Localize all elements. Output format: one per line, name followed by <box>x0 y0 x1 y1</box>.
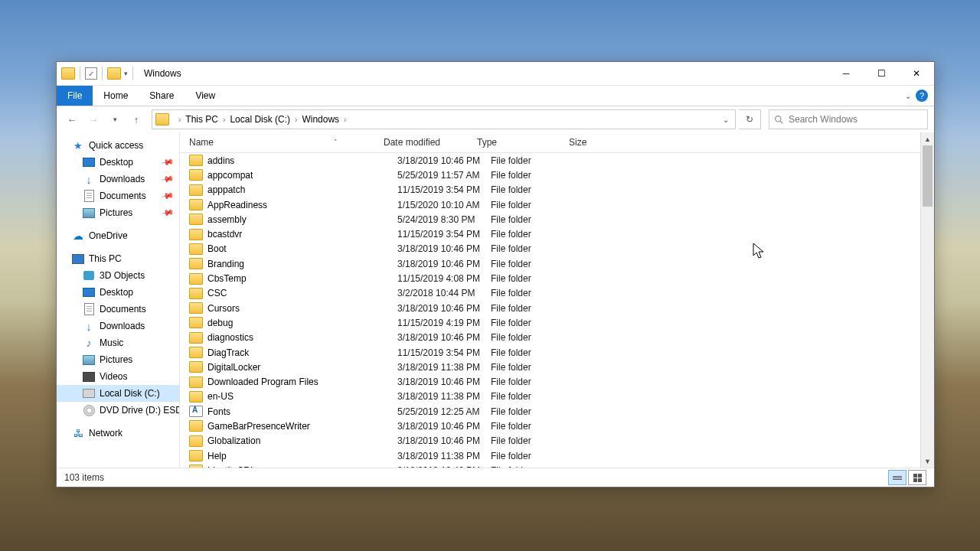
tab-file[interactable]: File <box>57 86 93 106</box>
file-row[interactable]: en-US3/18/2019 11:38 PMFile folder <box>180 390 934 404</box>
file-row[interactable]: DigitalLocker3/18/2019 11:38 PMFile fold… <box>180 360 934 374</box>
3d-objects-icon <box>83 271 94 280</box>
search-placeholder: Search Windows <box>789 114 858 125</box>
folder-icon <box>189 258 203 269</box>
file-name: Globalization <box>207 435 397 446</box>
quick-access-save-icon[interactable]: ✓ <box>85 67 97 80</box>
file-row[interactable]: Downloaded Program Files3/18/2019 10:46 … <box>180 374 934 389</box>
close-button[interactable]: ✕ <box>899 62 934 85</box>
nav-3d-objects[interactable]: 3D Objects <box>57 267 179 284</box>
file-type: File folder <box>491 391 583 402</box>
file-row[interactable]: AppReadiness1/15/2020 10:10 AMFile folde… <box>180 197 934 212</box>
tab-home[interactable]: Home <box>93 86 139 106</box>
file-row[interactable]: diagnostics3/18/2019 10:46 PMFile folder <box>180 331 934 345</box>
file-type: File folder <box>491 435 583 446</box>
column-name[interactable]: Name˄ <box>189 137 384 148</box>
nav-pictures-pc[interactable]: Pictures <box>57 351 179 368</box>
file-type: File folder <box>491 243 583 254</box>
breadcrumb[interactable]: This PC› <box>185 114 230 125</box>
nav-documents-pc[interactable]: Documents <box>57 301 179 318</box>
icons-view-button[interactable] <box>908 470 926 485</box>
scrollbar-thumb[interactable] <box>923 145 933 207</box>
column-size[interactable]: Size <box>569 137 622 148</box>
address-dropdown-icon[interactable]: ⌄ <box>717 116 735 124</box>
column-date[interactable]: Date modified <box>384 137 477 148</box>
nav-videos[interactable]: Videos <box>57 368 179 385</box>
forward-button[interactable]: → <box>84 110 103 129</box>
file-row[interactable]: CbsTemp11/15/2019 4:08 PMFile folder <box>180 271 934 285</box>
nav-music[interactable]: ♪Music <box>57 334 179 351</box>
file-name: Boot <box>207 243 397 254</box>
file-row[interactable]: Cursors3/18/2019 10:46 PMFile folder <box>180 301 934 315</box>
nav-pictures[interactable]: Pictures📌 <box>57 204 179 221</box>
file-list[interactable]: addins3/18/2019 10:46 PMFile folderappco… <box>180 153 934 468</box>
file-row[interactable]: IdentityCRL3/18/2019 10:46 PMFile folder <box>180 463 934 468</box>
file-row[interactable]: Fonts5/25/2019 12:25 AMFile folder <box>180 404 934 419</box>
file-type: File folder <box>491 303 583 314</box>
back-button[interactable]: ← <box>63 110 81 129</box>
folder-icon[interactable] <box>107 67 121 80</box>
file-row[interactable]: apppatch11/15/2019 3:54 PMFile folder <box>180 183 934 197</box>
nav-desktop[interactable]: Desktop📌 <box>57 154 179 171</box>
scrollbar[interactable]: ▲ ▼ <box>920 132 934 468</box>
tab-share[interactable]: Share <box>139 86 185 106</box>
file-date: 11/15/2019 3:54 PM <box>397 184 491 195</box>
search-input[interactable]: Search Windows <box>769 109 928 129</box>
document-icon <box>84 303 94 315</box>
details-view-button[interactable] <box>888 470 906 485</box>
breadcrumb[interactable]: Local Disk (C:)› <box>230 114 302 125</box>
ribbon-collapse-icon[interactable]: ⌄ <box>905 92 911 100</box>
file-row[interactable]: Boot3/18/2019 10:46 PMFile folder <box>180 242 934 256</box>
file-date: 3/18/2019 11:38 PM <box>397 451 491 461</box>
file-name: debug <box>207 318 397 328</box>
scroll-up-icon[interactable]: ▲ <box>921 132 934 145</box>
file-row[interactable]: assembly5/24/2019 8:30 PMFile folder <box>180 212 934 227</box>
file-type: File folder <box>491 184 583 195</box>
file-row[interactable]: DiagTrack11/15/2019 3:54 PMFile folder <box>180 345 934 360</box>
chevron-right-icon[interactable]: › <box>178 116 181 124</box>
file-row[interactable]: appcompat5/25/2019 11:57 AMFile folder <box>180 168 934 182</box>
nav-downloads[interactable]: ↓Downloads📌 <box>57 171 179 187</box>
folder-icon <box>189 347 203 358</box>
help-icon[interactable]: ? <box>916 90 928 102</box>
titlebar[interactable]: ✓ ▾ Windows ─ ☐ ✕ <box>57 62 934 86</box>
scroll-down-icon[interactable]: ▼ <box>921 455 934 468</box>
file-row[interactable]: CSC3/2/2018 10:44 PMFile folder <box>180 286 934 301</box>
nav-local-disk[interactable]: Local Disk (C:) <box>57 385 179 402</box>
maximize-button[interactable]: ☐ <box>864 62 899 85</box>
address-bar[interactable]: › This PC› Local Disk (C:)› Windows› ⌄ <box>152 109 736 129</box>
qat-dropdown-icon[interactable]: ▾ <box>124 70 128 77</box>
nav-quick-access[interactable]: ★Quick access <box>57 137 179 154</box>
file-row[interactable]: GameBarPresenceWriter3/18/2019 10:46 PMF… <box>180 419 934 433</box>
pin-icon: 📌 <box>161 155 175 170</box>
file-type: File folder <box>491 451 583 461</box>
nav-network[interactable]: 🖧Network <box>57 425 179 442</box>
column-type[interactable]: Type <box>477 137 569 148</box>
up-button[interactable]: ↑ <box>127 110 145 129</box>
folder-icon <box>189 332 203 344</box>
folder-icon <box>189 361 203 373</box>
navigation-pane[interactable]: ★Quick access Desktop📌 ↓Downloads📌 Docum… <box>57 132 180 468</box>
file-row[interactable]: bcastdvr11/15/2019 3:54 PMFile folder <box>180 227 934 241</box>
nav-desktop-pc[interactable]: Desktop <box>57 284 179 301</box>
file-row[interactable]: Globalization3/18/2019 10:46 PMFile fold… <box>180 434 934 448</box>
nav-this-pc[interactable]: This PC <box>57 250 179 267</box>
recent-dropdown-icon[interactable]: ▾ <box>106 110 124 129</box>
nav-dvd-drive[interactable]: DVD Drive (D:) ESD- <box>57 402 179 419</box>
tab-view[interactable]: View <box>185 86 226 106</box>
file-row[interactable]: Branding3/18/2019 10:46 PMFile folder <box>180 256 934 271</box>
file-row[interactable]: debug11/15/2019 4:19 PMFile folder <box>180 315 934 330</box>
nav-downloads-pc[interactable]: ↓Downloads <box>57 318 179 334</box>
minimize-button[interactable]: ─ <box>828 62 864 85</box>
file-date: 3/18/2019 11:38 PM <box>397 362 491 373</box>
nav-documents[interactable]: Documents📌 <box>57 187 179 204</box>
refresh-button[interactable]: ↻ <box>739 109 761 129</box>
file-row[interactable]: addins3/18/2019 10:46 PMFile folder <box>180 153 934 168</box>
folder-icon <box>189 243 203 255</box>
separator <box>80 67 80 80</box>
desktop-wallpaper: ✓ ▾ Windows ─ ☐ ✕ File Home Share View ⌄… <box>0 0 980 551</box>
nav-onedrive[interactable]: ☁OneDrive <box>57 227 179 244</box>
file-type: File folder <box>491 170 583 181</box>
breadcrumb[interactable]: Windows› <box>302 114 351 125</box>
file-row[interactable]: Help3/18/2019 11:38 PMFile folder <box>180 448 934 463</box>
